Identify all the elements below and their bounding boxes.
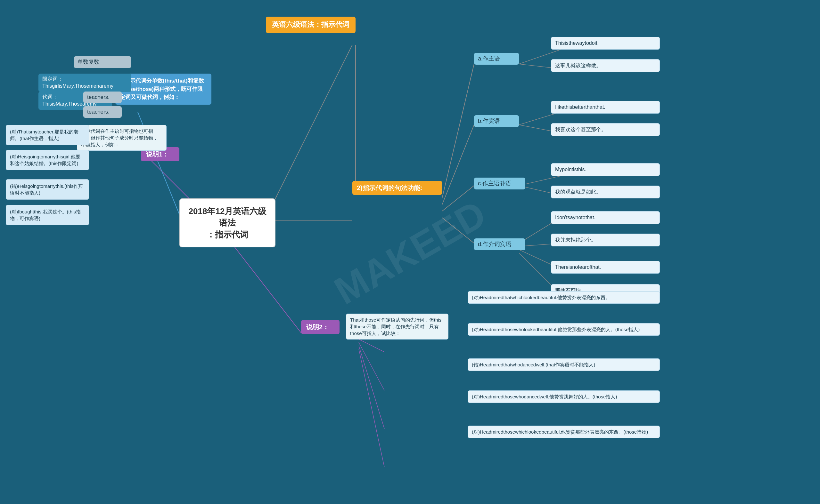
node2-d2: 我并未拒绝那个。 <box>551 234 660 246</box>
note2-content: That和those可作定语从句的先行词，但this和these不能，同时，在作… <box>346 314 448 340</box>
header-node: 英语六级语法：指示代词 <box>266 17 356 33</box>
note2-ex4: (对)Headmiredthosewhodancedwell.他赞赏跳舞好的人。… <box>468 390 660 403</box>
svg-line-3 <box>224 234 301 333</box>
node2-b2: 我喜欢这个甚至那个。 <box>551 123 660 136</box>
node1-teachers1: teachers. <box>83 92 122 103</box>
svg-line-7 <box>442 64 474 198</box>
note1-ex4: (对)Iboughtthis.我买这个。(this指物，可作宾语) <box>6 205 89 225</box>
node2-a-label: a.作主语 <box>474 53 519 65</box>
note1-ex1: (对)Thatismyteacher.那是我的老师。(that作主语，指人) <box>6 125 89 145</box>
node2-syntax-label: 2)指示代词的句法功能: <box>352 181 442 195</box>
node2-a1: Thisisthewaytodoit. <box>551 37 660 50</box>
svg-line-0 <box>269 45 352 211</box>
svg-line-8 <box>442 125 474 205</box>
note2-label: 说明2： <box>301 320 340 334</box>
node2-b1: Ilikethisbetterthanthat. <box>551 101 660 114</box>
note1-content: 指示代词在作主语时可指物也可指人，但作其他句子成分时只能指物，不能指人，例如： <box>77 125 166 151</box>
node2-c1: Mypointisthis. <box>551 163 660 176</box>
node2-b-label: b.作宾语 <box>474 115 519 127</box>
center-line1: 2018年12月英语六级语法 <box>189 206 267 228</box>
node2-a2: 这事儿就该这样做。 <box>551 59 660 72</box>
note2-ex2: (对)Headmiredthosewholookedbeautiful.他赞赏那… <box>468 323 660 336</box>
center-node: 2018年12月英语六级语法 ：指示代词 <box>179 198 276 247</box>
note2-ex1: (对)Headmiredthatwhichlookedbeautiful.他赞赏… <box>468 291 660 304</box>
node2-d1: Idon'tsaynotothat. <box>551 211 660 224</box>
node1-singular-plural: 单数复数 <box>74 56 131 68</box>
svg-line-25 <box>359 349 384 467</box>
note2-ex5: (对)Headmiredthosewhichlookedbeautiful.他赞… <box>468 426 660 438</box>
svg-line-23 <box>359 342 384 390</box>
node2-c2: 我的观点就是如此。 <box>551 186 660 198</box>
note2-ex3: (错)Headmiredthatwhodancedwell.(that作宾语时不… <box>468 358 660 371</box>
svg-line-9 <box>442 186 474 211</box>
node1-determiner: 限定词：ThisgirlisMary.Thosemenaremy <box>38 74 131 92</box>
node2-c-label: c.作主语补语 <box>474 178 525 189</box>
node2-d-label: d.作介词宾语 <box>474 238 525 250</box>
node2-d3: Thereisnofearofthat. <box>551 261 660 274</box>
svg-line-10 <box>442 218 474 243</box>
note1-ex2: (对)Heisgoingtomarrythisgirl.他要和这个姑娘结婚。(t… <box>6 150 89 170</box>
note1-ex3: (错)Heisgoingtomarrythis.(this作宾语时不能指人) <box>6 179 89 200</box>
svg-line-22 <box>359 339 384 352</box>
center-line2: ：指示代词 <box>207 230 248 239</box>
svg-line-13 <box>519 112 560 125</box>
svg-line-24 <box>359 346 384 429</box>
node1-teachers2: teachers. <box>83 106 122 118</box>
